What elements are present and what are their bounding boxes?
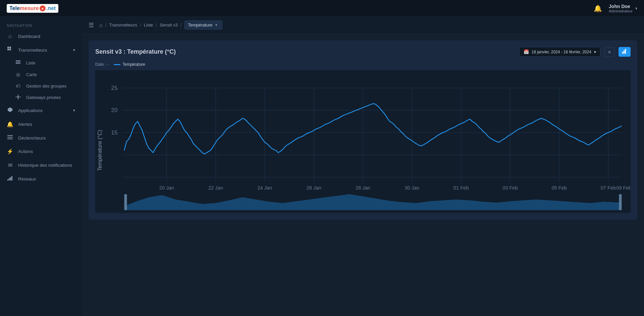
- svg-rect-3: [9, 49, 11, 50]
- hamburger-button[interactable]: ☰: [89, 21, 94, 29]
- svg-rect-16: [10, 177, 11, 180]
- carte-icon: ◎: [15, 72, 21, 77]
- breadcrumb-dropdown[interactable]: Température ▾: [184, 20, 222, 30]
- logo-mesure: mesure: [20, 5, 39, 11]
- user-name: John Doe: [609, 4, 633, 9]
- legend-date: Date : -: [95, 62, 108, 67]
- sidebar-item-label-gestion: Gestion des groupes: [26, 84, 66, 89]
- sidebar-item-label-gateways: Gateways privées: [26, 95, 61, 100]
- nav-label: Navigation: [0, 20, 82, 30]
- view-list-icon: ≡: [608, 49, 611, 55]
- chart-container: 25 20 15 Température (°C) 20 Jan 22 Jan …: [95, 70, 631, 213]
- svg-rect-5: [16, 62, 20, 62]
- logo-tele: Tele: [9, 5, 20, 11]
- chart-controls: 📅 18 janvier, 2024 - 16 février, 2024 ▾ …: [519, 47, 631, 57]
- date-range-button[interactable]: 📅 18 janvier, 2024 - 16 février, 2024 ▾: [519, 47, 600, 57]
- sidebar-item-historique[interactable]: ✉ Historique des notifications: [0, 158, 82, 172]
- sidebar-item-alertes[interactable]: 🔔 Alertes: [0, 117, 82, 131]
- dropdown-arrow-icon: ▾: [215, 23, 217, 27]
- svg-text:15: 15: [111, 129, 117, 136]
- alertes-icon: 🔔: [7, 121, 13, 127]
- breadcrumb-sep-1: /: [140, 22, 141, 28]
- user-chevron-icon: ▾: [635, 6, 637, 11]
- svg-text:01 Feb: 01 Feb: [453, 185, 469, 191]
- calendar-icon: 📅: [524, 49, 529, 54]
- transmetteurs-arrow-icon: ▾: [73, 48, 75, 52]
- gestion-icon: 🏷: [15, 83, 21, 89]
- svg-text:22 Jan: 22 Jan: [208, 185, 223, 191]
- svg-rect-2: [7, 49, 9, 50]
- sidebar-item-declencheurs[interactable]: Déclencheurs: [0, 131, 82, 145]
- svg-point-9: [17, 96, 19, 98]
- sidebar-item-reseaux[interactable]: Réseaux: [0, 172, 82, 186]
- user-text: John Doe Administrateur: [609, 4, 633, 13]
- applications-icon: [7, 107, 13, 114]
- svg-text:24 Jan: 24 Jan: [257, 185, 272, 191]
- svg-text:03 Feb: 03 Feb: [502, 185, 518, 191]
- sidebar-item-gateways[interactable]: Gateways privées: [0, 92, 82, 103]
- breadcrumb-transmetteurs[interactable]: Transmetteurs: [109, 22, 137, 28]
- svg-text:05 Feb: 05 Feb: [551, 185, 567, 191]
- sidebar-item-label-applications: Applications: [18, 108, 43, 113]
- breadcrumb-sensit[interactable]: Sensit v3: [160, 22, 177, 28]
- top-header: Telemesure ● .net 🔔 John Doe Administrat…: [0, 0, 644, 17]
- breadcrumb-home-icon[interactable]: ⌂: [99, 22, 103, 28]
- chart-page: Sensit v3 : Température (°C) 📅 18 janvie…: [82, 34, 644, 316]
- svg-rect-56: [619, 194, 622, 210]
- sidebar-item-label-declencheurs: Déclencheurs: [18, 136, 46, 141]
- chart-title: Sensit v3 : Température (°C): [95, 48, 176, 55]
- svg-text:25: 25: [111, 85, 117, 91]
- logo-box: Telemesure ● .net: [7, 4, 58, 13]
- logo-text: Telemesure: [9, 5, 39, 11]
- chart-legend: Date : - Température: [95, 62, 631, 67]
- breadcrumb-sep-2: /: [156, 22, 157, 28]
- chart-card: Sensit v3 : Température (°C) 📅 18 janvie…: [89, 40, 637, 220]
- temperature-chart[interactable]: 25 20 15 Température (°C) 20 Jan 22 Jan …: [95, 70, 631, 213]
- logo-area: Telemesure ● .net: [7, 4, 58, 13]
- breadcrumb-sep-0: /: [105, 22, 107, 28]
- sidebar-item-label-actions: Actions: [18, 149, 33, 154]
- svg-text:30 Jan: 30 Jan: [405, 185, 419, 191]
- breadcrumb-liste[interactable]: Liste: [144, 22, 153, 28]
- sidebar-item-label-alertes: Alertes: [18, 122, 32, 127]
- logo-net: .net: [46, 5, 56, 11]
- svg-text:28 Jan: 28 Jan: [356, 185, 370, 191]
- legend-color-bar: [114, 64, 120, 65]
- applications-arrow-icon: ▾: [73, 108, 75, 113]
- sidebar-item-carte[interactable]: ◎ Carte: [0, 69, 82, 80]
- svg-rect-15: [9, 178, 10, 180]
- sidebar-item-dashboard[interactable]: ⌂ Dashboard: [0, 30, 82, 43]
- sidebar-item-transmetteurs[interactable]: Transmetteurs ▾: [0, 43, 82, 57]
- svg-text:20: 20: [111, 107, 117, 113]
- gateways-icon: [15, 95, 21, 100]
- logo-circle: ●: [40, 5, 46, 11]
- legend-series-label: Température: [122, 62, 145, 67]
- sidebar-item-label-liste: Liste: [26, 60, 35, 65]
- sidebar-item-applications[interactable]: Applications ▾: [0, 103, 82, 117]
- sidebar-item-liste[interactable]: Liste: [0, 57, 82, 69]
- svg-rect-0: [7, 47, 9, 48]
- breadcrumb-sep-3: /: [180, 22, 182, 28]
- sidebar-item-label-transmetteurs: Transmetteurs: [18, 48, 47, 53]
- sidebar-item-gestion[interactable]: 🏷 Gestion des groupes: [0, 80, 82, 92]
- sidebar-item-label-reseaux: Réseaux: [18, 176, 36, 181]
- sidebar-item-actions[interactable]: ⚡ Actions: [0, 145, 82, 158]
- svg-rect-18: [622, 52, 623, 54]
- sidebar-item-label-dashboard: Dashboard: [18, 34, 40, 39]
- declencheurs-icon: [7, 135, 13, 141]
- transmetteurs-icon: [7, 47, 13, 53]
- actions-icon: ⚡: [7, 148, 13, 155]
- historique-icon: ✉: [7, 162, 13, 168]
- svg-rect-17: [11, 176, 12, 180]
- view-list-button[interactable]: ≡: [604, 47, 614, 57]
- sidebar-item-label-carte: Carte: [26, 72, 37, 77]
- chart-header: Sensit v3 : Température (°C) 📅 18 janvie…: [95, 47, 631, 57]
- user-area: 🔔 John Doe Administrateur ▾: [594, 4, 637, 13]
- notification-bell[interactable]: 🔔: [594, 4, 602, 12]
- user-info[interactable]: John Doe Administrateur ▾: [609, 4, 637, 13]
- svg-rect-1: [9, 47, 11, 48]
- svg-marker-10: [8, 107, 12, 112]
- main-layout: Navigation ⌂ Dashboard Transmetteurs ▾ L…: [0, 17, 644, 316]
- view-chart-button[interactable]: [619, 47, 631, 57]
- sidebar-item-label-historique: Historique des notifications: [18, 163, 72, 168]
